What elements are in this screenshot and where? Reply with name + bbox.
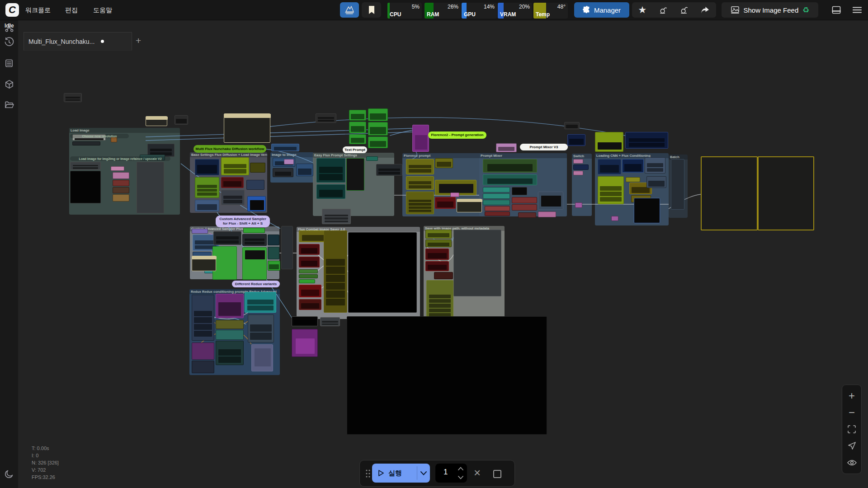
workflow-node[interactable] — [247, 196, 266, 211]
workflow-node[interactable] — [457, 199, 482, 212]
workflow-node[interactable] — [72, 141, 100, 145]
workflow-node[interactable] — [671, 159, 684, 210]
workflow-node[interactable] — [322, 209, 351, 224]
workflow-node[interactable] — [111, 166, 124, 171]
workflow-node[interactable] — [316, 158, 345, 183]
workflow-node[interactable] — [483, 200, 510, 205]
fit-view-icon[interactable] — [846, 423, 858, 435]
workflow-node[interactable] — [212, 246, 237, 280]
workflow-note-label[interactable]: Choose new resolution — [70, 134, 129, 138]
workflow-node[interactable] — [221, 190, 245, 205]
workflow-node[interactable] — [564, 122, 580, 129]
workflow-node[interactable] — [296, 164, 313, 176]
workflow-node[interactable] — [299, 244, 320, 255]
workflow-node[interactable] — [251, 344, 273, 371]
workflow-node[interactable] — [175, 115, 188, 125]
workflow-node[interactable] — [242, 247, 267, 280]
workflow-node[interactable] — [216, 320, 244, 329]
workflow-node[interactable] — [273, 168, 293, 177]
zoom-out-icon[interactable]: − — [846, 407, 858, 418]
workflow-node[interactable] — [113, 180, 129, 186]
workflow-node[interactable] — [221, 157, 249, 175]
stop-button[interactable] — [493, 470, 501, 478]
workflow-node[interactable] — [299, 299, 321, 310]
workflow-node[interactable] — [406, 192, 434, 214]
workflow-node[interactable] — [70, 162, 101, 170]
workflow-node[interactable] — [299, 274, 318, 278]
workflow-node[interactable] — [246, 180, 264, 190]
workflow-node[interactable] — [368, 136, 388, 148]
sidebar-queue-button[interactable] — [1, 56, 17, 71]
workflow-node[interactable] — [250, 163, 265, 173]
run-button[interactable]: 실행 — [372, 464, 430, 483]
workflow-node[interactable] — [316, 184, 345, 199]
workflow-note-label[interactable]: Florence2 - Prompt generation — [428, 131, 486, 139]
show-image-feed-button[interactable]: Show Image Feed ♻ — [722, 2, 818, 18]
workflow-node[interactable] — [485, 206, 510, 211]
workflow-node[interactable] — [243, 228, 265, 233]
workflow-node[interactable] — [299, 269, 318, 273]
workflow-node[interactable] — [299, 285, 321, 297]
workflow-node[interactable] — [70, 171, 101, 203]
workflow-node[interactable] — [292, 329, 318, 357]
workflow-node[interactable] — [248, 314, 274, 343]
workflow-node[interactable] — [573, 159, 583, 164]
step-up-icon[interactable] — [458, 467, 463, 470]
workflow-node[interactable] — [299, 279, 315, 283]
workflow-node[interactable] — [349, 110, 366, 121]
workflow-node[interactable] — [538, 211, 556, 217]
workflow-node[interactable] — [625, 132, 668, 149]
workflow-node[interactable] — [425, 249, 449, 260]
workflow-node[interactable] — [349, 122, 366, 133]
workflow-node[interactable] — [271, 144, 299, 151]
share-icon[interactable] — [694, 6, 715, 14]
workflow-tab[interactable]: Multi_Flux_Nunchaku... — [24, 32, 132, 51]
workflow-node[interactable] — [192, 343, 214, 360]
workflow-node[interactable] — [366, 156, 378, 161]
workflow-node[interactable] — [192, 256, 216, 271]
workflow-node[interactable] — [450, 192, 459, 197]
comfyui-logo-icon[interactable]: C — [5, 3, 19, 17]
workflow-node[interactable] — [434, 272, 453, 279]
run-count-input[interactable]: 1 — [435, 464, 467, 483]
workflow-node[interactable] — [376, 164, 402, 176]
workflow-node[interactable] — [268, 235, 279, 245]
workflow-note-label[interactable]: Different Redux variants — [232, 281, 280, 287]
workflow-node[interactable] — [496, 143, 517, 152]
workflow-node[interactable] — [425, 230, 452, 239]
zoom-in-icon[interactable]: + — [846, 390, 858, 402]
menu-help[interactable]: 도움말 — [89, 0, 117, 20]
workflow-node[interactable] — [406, 176, 434, 190]
sidebar-model-library-button[interactable] — [1, 76, 17, 92]
workflow-node[interactable] — [268, 261, 280, 271]
workflow-node[interactable] — [192, 229, 208, 234]
bookmark-button[interactable] — [362, 2, 381, 18]
workflow-node[interactable] — [113, 194, 129, 202]
workflow-node[interactable] — [426, 280, 453, 321]
workflow-node[interactable] — [412, 125, 429, 152]
workflow-node[interactable] — [368, 122, 388, 136]
sidebar-history-button[interactable] — [1, 34, 17, 50]
workflow-node[interactable] — [192, 361, 214, 373]
workflow-node[interactable] — [538, 192, 563, 210]
workflow-node[interactable] — [512, 197, 537, 203]
chevron-down-icon[interactable] — [420, 471, 427, 475]
workflow-node[interactable] — [512, 204, 537, 211]
workflow-node[interactable] — [324, 230, 347, 313]
workflow-node[interactable] — [281, 226, 293, 269]
cancel-button[interactable]: × — [474, 464, 481, 481]
workflow-node[interactable] — [483, 193, 510, 199]
workflow-node[interactable] — [349, 134, 366, 144]
workflow-node[interactable] — [268, 247, 279, 259]
navigate-icon[interactable] — [846, 440, 858, 452]
empty-image-frame[interactable] — [701, 156, 758, 230]
star-icon[interactable]: ★ — [632, 5, 653, 15]
bell-icon[interactable] — [653, 6, 674, 14]
workflow-node[interactable] — [348, 232, 417, 313]
bottom-panel-toggle[interactable] — [829, 2, 844, 18]
workflow-note-label[interactable]: Prompt Mixer V3 — [520, 144, 568, 150]
workflow-node[interactable] — [221, 177, 244, 188]
manager-button[interactable]: Manager — [574, 2, 629, 18]
nunchaku-button[interactable] — [340, 2, 359, 18]
main-menu-button[interactable] — [849, 2, 865, 18]
